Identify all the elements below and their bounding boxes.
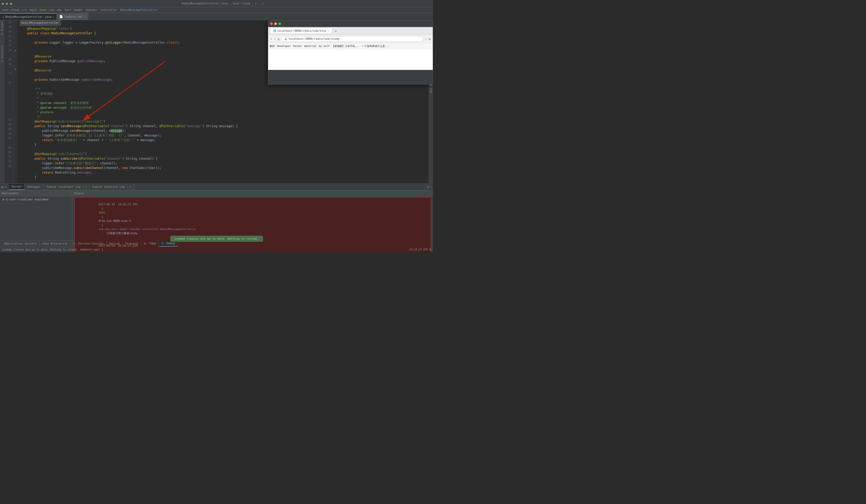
breadcrumb-user-cloud[interactable]: user-cloud	[2, 8, 19, 12]
star-button[interactable]: ☆	[425, 37, 427, 41]
browser-max-dot[interactable]	[278, 22, 281, 25]
status-notification: Loaded classes are up to date. Nothing t…	[170, 236, 263, 242]
breadcrumb-hart[interactable]: hart	[65, 8, 72, 12]
tab-logback-close[interactable]: ×	[84, 15, 86, 18]
browser-close-dot[interactable]	[270, 22, 273, 25]
code-line-41: */	[20, 114, 427, 119]
debug-tab-tomcat-catalina[interactable]: Tomcat Catalina Log → ×	[90, 184, 134, 190]
browser-tab-close-icon[interactable]: ×	[328, 30, 329, 32]
browser-nav: ‹ › ↻ 🔒 localhost:9090/redis/sub/study ☆…	[268, 35, 433, 43]
debug-tab-debugger[interactable]: Debugger	[24, 184, 44, 190]
breadcrumb-java[interactable]: java	[39, 8, 46, 12]
url-text: localhost:9090/redis/sub/study	[288, 37, 340, 41]
address-bar[interactable]: 🔒 localhost:9090/redis/sub/study	[281, 36, 423, 42]
deployment-name: user-cloud:war exploded	[9, 198, 48, 201]
breadcrumb-com[interactable]: com	[49, 8, 54, 12]
project-tab[interactable]: 1: Project	[1, 21, 3, 35]
status-right: 23:14 LF UTF-8	[409, 248, 431, 251]
bookmark-developer[interactable]: developer	[277, 45, 291, 47]
bookmark-jiagou[interactable]: 一个架构师谈什么是...	[362, 44, 390, 48]
browser-titlebar	[268, 20, 433, 27]
code-line-37: *	[20, 96, 427, 101]
log-line-1: 2017-06-19 16:42:27.295 | INFO | http-ni…	[76, 198, 430, 239]
bottom-panel: ▶ ↩ Server Debugger Tomcat Localhost Log…	[0, 183, 433, 240]
code-line-40: * @return	[20, 110, 427, 114]
code-line-43: public String sendMessage(@PathVariable(…	[20, 124, 427, 128]
toolbar-maximize[interactable]: ●	[9, 1, 13, 6]
top-toolbar: ● ● ● RedisMessageController.java - user…	[0, 0, 433, 7]
left-panel: 1: Project 2: Structure	[0, 20, 4, 183]
breadcrumb-src[interactable]: src	[22, 8, 27, 12]
debug-settings-btn[interactable]: ⚙	[427, 186, 429, 189]
forward-button[interactable]: ›	[274, 37, 276, 41]
tab-redis-controller[interactable]: ☕ RedisMessageController.java ×	[0, 13, 57, 20]
debug-tabs-container: Server Debugger Tomcat Localhost Log → ×…	[7, 184, 426, 190]
breadcrumb-bar: user-cloud › src › main › java › com › e…	[0, 7, 433, 13]
tab-bar: ☕ RedisMessageController.java × 📄 logbac…	[0, 13, 433, 20]
new-tab-button[interactable]: +	[333, 29, 338, 33]
refresh-button[interactable]: ↻	[278, 37, 280, 41]
debug-minimize-btn[interactable]: −	[430, 186, 431, 189]
bottom-tab-app-servers[interactable]: Application Servers	[2, 241, 40, 246]
breadcrumb-class[interactable]: RedisMessageController	[120, 8, 158, 12]
bookmark-jiaocheng[interactable]: 教程	[270, 44, 275, 48]
structure-tab[interactable]: 2: Structure	[1, 45, 3, 62]
debug-run-btn[interactable]: ▶	[2, 185, 3, 189]
notification-text: Loaded classes are up to date. Nothing t…	[175, 237, 258, 240]
code-line-46: return "发布者在频道[ " + channel + " ]上发布了消息:…	[20, 138, 427, 142]
deployment-list: ● 🖥 user-cloud:war exploded	[0, 196, 72, 203]
browser-min-dot[interactable]	[274, 22, 277, 25]
code-line-51: logger.info("订阅者订阅了频道{}", channel);	[20, 161, 427, 166]
breadcrumb-controller[interactable]: controller	[100, 8, 117, 12]
back-button[interactable]: ‹	[270, 37, 272, 41]
bottom-tab-terminal[interactable]: Terminal	[122, 241, 141, 246]
debug-tab-tomcat-local[interactable]: Tomcat Localhost Log → ×	[44, 184, 90, 190]
debug-rerun-btn[interactable]: ↩	[4, 185, 6, 189]
tab-redis-icon: ☕	[3, 15, 4, 19]
bookmark-hacker[interactable]: hacker	[293, 45, 302, 47]
status-left: Loaded classes are up to date. Nothing t…	[2, 248, 100, 251]
code-line-45: logger.info("发布者在频道[ {} ]上发布了消息: {}", ch…	[20, 133, 427, 138]
bookmark-material[interactable]: material	[304, 45, 317, 47]
bottom-tab-todo[interactable]: 6: TODO	[141, 241, 159, 246]
debug-toolbar: ▶ ↩ Server Debugger Tomcat Localhost Log…	[0, 184, 433, 191]
deployment-item[interactable]: ● 🖥 user-cloud:war exploded	[2, 197, 70, 202]
tomcat-local-pin[interactable]: →	[82, 186, 84, 188]
line-numbers: 22 23 24 25 26 27 28 29 30 31 32 33 34 3…	[4, 20, 13, 183]
bottom-tab-java-enterprise[interactable]: Java Enterprise	[40, 241, 70, 246]
breadcrumb-main[interactable]: main	[30, 8, 37, 12]
breadcrumb-edu[interactable]: edu	[57, 8, 62, 12]
code-line-52: subScribeMessage.subscribeChannel(channe…	[20, 166, 427, 170]
code-line-53: return RedisString.message;	[20, 170, 427, 175]
output-arrow: →	[85, 192, 87, 195]
code-line-44: publishMessage.sendMessage(channel, mess…	[20, 128, 427, 133]
gutter-icon-31: ⬥	[15, 67, 16, 71]
breadcrumb-model[interactable]: model	[74, 8, 83, 12]
toolbar-minimize[interactable]: ●	[5, 1, 9, 6]
bookmark-xiaomi[interactable]: 【新提醒】小米手机...	[332, 44, 360, 48]
code-line-47: }	[20, 142, 427, 147]
tab-redis-close[interactable]: ×	[52, 15, 54, 18]
deployment-server-icon: 🖥	[5, 198, 8, 201]
tomcat-local-close[interactable]: ×	[85, 186, 87, 188]
browser-tab-favicon: 🌐	[273, 30, 276, 32]
bookmark-myself[interactable]: my-self	[319, 45, 330, 47]
tab-redis-label: RedisMessageController.java	[5, 15, 52, 19]
toolbar-close[interactable]: ●	[1, 1, 5, 6]
browser-tab-active[interactable]: 🌐 localhost:9090/redis/sub/stuc ×	[270, 28, 332, 34]
tab-logback[interactable]: 📄 logback.xml ×	[57, 13, 88, 20]
debug-tab-server[interactable]: Server	[9, 184, 24, 190]
tomcat-catalina-close[interactable]: ×	[130, 186, 131, 188]
deployment-header: Deployment →	[0, 191, 72, 196]
deployment-status-icon: ●	[3, 198, 4, 201]
code-line-35: /**	[20, 87, 427, 91]
menu-button[interactable]: ≡	[429, 37, 431, 41]
bottom-tab-version-control[interactable]: 9: Version Control	[70, 241, 107, 246]
browser-window: 🌐 localhost:9090/redis/sub/stuc × + ‹ › …	[268, 20, 433, 85]
breadcrumb-teacher[interactable]: teacher	[86, 8, 97, 12]
tomcat-catalina-label: Tomcat Catalina Log	[92, 185, 125, 189]
bottom-tab-spring[interactable]: Spring	[107, 241, 122, 246]
code-line-48	[20, 147, 427, 152]
tab-logback-icon: 📄	[59, 15, 63, 18]
tab-logback-label: logback.xml	[64, 15, 83, 18]
